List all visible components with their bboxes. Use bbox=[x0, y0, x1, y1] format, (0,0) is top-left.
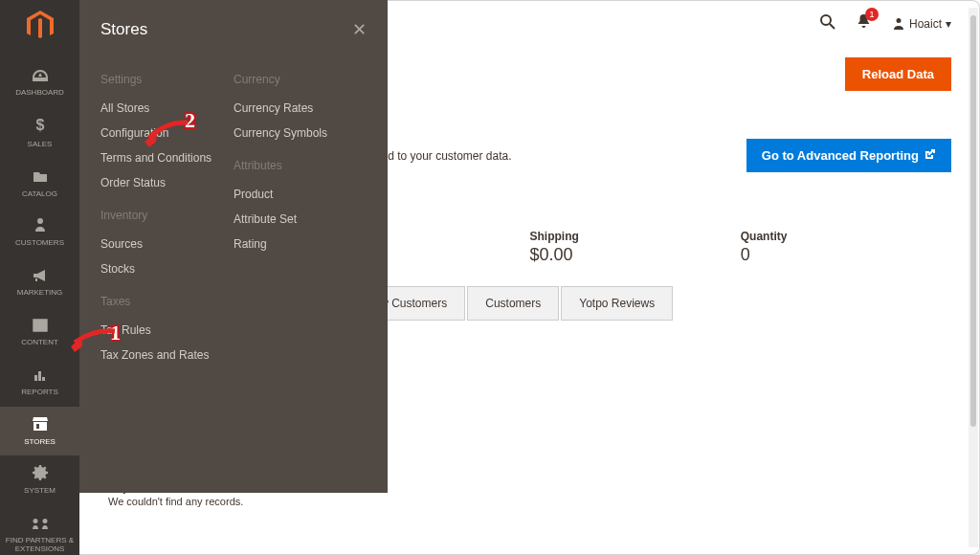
chevron-down-icon: ▾ bbox=[946, 17, 951, 31]
nav-label: CONTENT bbox=[21, 339, 58, 347]
metric-value: $0.00 bbox=[530, 245, 741, 265]
link-stocks[interactable]: Stocks bbox=[100, 256, 234, 281]
reload-data-button[interactable]: Reload Data bbox=[845, 57, 951, 91]
nav-label: FIND PARTNERS & EXTENSIONS bbox=[4, 537, 76, 554]
megaphone-icon bbox=[33, 267, 48, 287]
notifications-badge: 1 bbox=[865, 8, 879, 21]
metric-quantity: Quantity 0 bbox=[741, 230, 951, 265]
link-order-status[interactable]: Order Status bbox=[100, 170, 234, 195]
nav-catalog[interactable]: CATALOG bbox=[0, 159, 79, 209]
nav-dashboard[interactable]: DASHBOARD bbox=[0, 57, 79, 107]
nav-label: MARKETING bbox=[17, 289, 63, 298]
flyout-group-settings: Settings bbox=[100, 59, 234, 96]
nav-content[interactable]: CONTENT bbox=[0, 307, 79, 357]
nav-marketing[interactable]: MARKETING bbox=[0, 257, 79, 307]
tab-customers[interactable]: Customers bbox=[467, 286, 559, 321]
dashboard-icon bbox=[32, 67, 49, 87]
link-product[interactable]: Product bbox=[234, 182, 367, 207]
nav-reports[interactable]: REPORTS bbox=[0, 357, 79, 407]
user-icon bbox=[892, 17, 905, 31]
link-all-stores[interactable]: All Stores bbox=[100, 96, 234, 121]
nav-customers[interactable]: CUSTOMERS bbox=[0, 208, 79, 257]
close-icon[interactable]: ✕ bbox=[352, 19, 367, 40]
admin-sidebar: DASHBOARD $ SALES CATALOG CUSTOMERS MARK… bbox=[0, 0, 79, 555]
nav-label: DASHBOARD bbox=[15, 89, 64, 98]
annotation-arrow-1 bbox=[69, 327, 117, 356]
person-icon bbox=[33, 217, 47, 237]
metric-label: Quantity bbox=[741, 230, 951, 243]
link-attribute-set[interactable]: Attribute Set bbox=[234, 207, 367, 232]
username: Hoaict bbox=[909, 17, 942, 31]
nav-label: REPORTS bbox=[21, 388, 58, 397]
stores-icon bbox=[32, 416, 49, 436]
notifications-icon[interactable]: 1 bbox=[857, 13, 871, 34]
gear-icon bbox=[33, 465, 48, 485]
nav-partners[interactable]: FIND PARTNERS & EXTENSIONS bbox=[0, 505, 79, 555]
user-menu[interactable]: Hoaict ▾ bbox=[892, 17, 951, 31]
dollar-icon: $ bbox=[33, 117, 47, 139]
tab-yotpo[interactable]: Yotpo Reviews bbox=[561, 286, 673, 321]
external-link-icon bbox=[924, 148, 936, 163]
empty-text: We couldn't find any records. bbox=[108, 496, 243, 507]
reports-icon bbox=[33, 366, 48, 387]
scrollbar-thumb[interactable] bbox=[970, 15, 976, 427]
partners-icon bbox=[33, 515, 48, 535]
nav-sales[interactable]: $ SALES bbox=[0, 107, 79, 159]
flyout-title: Stores bbox=[100, 20, 147, 39]
logo bbox=[0, 0, 79, 57]
metric-value: 0 bbox=[741, 245, 951, 265]
svg-text:$: $ bbox=[35, 117, 44, 133]
stores-flyout: Stores ✕ Settings All Stores Configurati… bbox=[79, 0, 388, 493]
nav-label: CATALOG bbox=[22, 190, 57, 199]
content-icon bbox=[33, 317, 48, 337]
nav-system[interactable]: SYSTEM bbox=[0, 455, 79, 505]
link-currency-symbols[interactable]: Currency Symbols bbox=[234, 121, 367, 145]
flyout-group-currency: Currency bbox=[234, 59, 367, 96]
link-sources[interactable]: Sources bbox=[100, 232, 234, 256]
svg-point-1 bbox=[821, 15, 831, 25]
nav-stores[interactable]: STORES bbox=[0, 407, 79, 456]
nav-label: STORES bbox=[24, 438, 56, 447]
flyout-group-inventory: Inventory bbox=[100, 195, 234, 232]
nav-label: SALES bbox=[28, 141, 53, 149]
nav-label: SYSTEM bbox=[24, 487, 56, 496]
magento-logo-icon bbox=[27, 11, 54, 48]
link-rating[interactable]: Rating bbox=[234, 232, 367, 256]
button-label: Go to Advanced Reporting bbox=[762, 148, 919, 163]
metric-shipping: Shipping $0.00 bbox=[530, 230, 741, 265]
flyout-group-taxes: Taxes bbox=[100, 281, 234, 318]
link-currency-rates[interactable]: Currency Rates bbox=[234, 96, 367, 121]
flyout-group-attributes: Attributes bbox=[234, 145, 367, 182]
search-icon[interactable] bbox=[819, 13, 835, 34]
link-tax-zones[interactable]: Tax Zones and Rates bbox=[100, 343, 234, 367]
metric-label: Shipping bbox=[530, 230, 741, 243]
catalog-icon bbox=[32, 168, 49, 189]
nav-label: CUSTOMERS bbox=[15, 239, 64, 248]
annotation-arrow-2 bbox=[142, 119, 189, 149]
go-to-advanced-reporting-button[interactable]: Go to Advanced Reporting bbox=[746, 139, 951, 172]
